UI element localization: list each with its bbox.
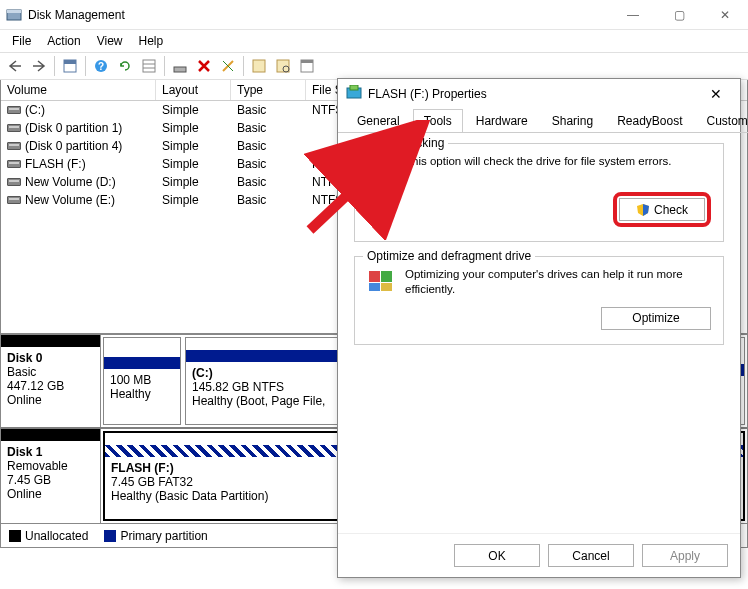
legend-swatch-unallocated xyxy=(9,530,21,542)
tab-tools[interactable]: Tools xyxy=(413,109,463,133)
properties-icon[interactable] xyxy=(217,55,239,77)
optimize-group: Optimize and defragment drive Optimizing… xyxy=(354,256,724,345)
maximize-button[interactable]: ▢ xyxy=(656,0,702,30)
toolbar-icon-3[interactable] xyxy=(296,55,318,77)
svg-rect-9 xyxy=(174,67,186,72)
volume-icon xyxy=(7,106,21,114)
menubar: File Action View Help xyxy=(0,30,748,52)
apply-button[interactable]: Apply xyxy=(642,544,728,567)
toolbar: ? xyxy=(0,52,748,80)
svg-rect-6 xyxy=(143,60,155,72)
forward-icon[interactable] xyxy=(28,55,50,77)
drive-icon xyxy=(346,85,362,104)
refresh-icon[interactable] xyxy=(114,55,136,77)
disk-info[interactable]: Disk 0 Basic 447.12 GB Online xyxy=(1,335,101,427)
dialog-tabs: General Tools Hardware Sharing ReadyBoos… xyxy=(338,109,740,133)
disk-status: Online xyxy=(7,487,94,501)
eject-icon[interactable] xyxy=(169,55,191,77)
shield-icon xyxy=(636,203,650,217)
tab-readyboost[interactable]: ReadyBoost xyxy=(606,109,693,133)
svg-rect-3 xyxy=(64,60,76,64)
tab-content-tools: Error checking This option will check th… xyxy=(338,132,740,533)
svg-rect-10 xyxy=(253,60,265,72)
titlebar: Disk Management — ▢ ✕ xyxy=(0,0,748,30)
tab-general[interactable]: General xyxy=(346,109,411,133)
tab-sharing[interactable]: Sharing xyxy=(541,109,604,133)
ok-button[interactable]: OK xyxy=(454,544,540,567)
delete-icon[interactable] xyxy=(193,55,215,77)
volume-icon xyxy=(7,160,21,168)
properties-dialog: FLASH (F:) Properties ✕ General Tools Ha… xyxy=(337,78,741,578)
toolbar-console-icon[interactable] xyxy=(59,55,81,77)
svg-rect-18 xyxy=(369,166,393,169)
disk-type: Basic xyxy=(7,365,94,379)
window-title: Disk Management xyxy=(28,8,125,22)
volume-icon xyxy=(7,142,21,150)
legend-swatch-primary xyxy=(104,530,116,542)
volume-icon xyxy=(7,196,21,204)
col-header-layout[interactable]: Layout xyxy=(156,80,231,100)
disk-info[interactable]: Disk 1 Removable 7.45 GB Online xyxy=(1,429,101,523)
error-checking-text: This option will check the drive for fil… xyxy=(405,154,711,169)
group-title: Optimize and defragment drive xyxy=(363,249,535,263)
optimize-icon xyxy=(367,267,395,295)
svg-rect-21 xyxy=(369,283,380,291)
toolbar-icon-2[interactable] xyxy=(272,55,294,77)
app-icon xyxy=(6,7,22,23)
col-header-type[interactable]: Type xyxy=(231,80,306,100)
dialog-close-button[interactable]: ✕ xyxy=(696,80,736,108)
volume-icon xyxy=(7,124,21,132)
group-title: Error checking xyxy=(363,136,448,150)
tab-hardware[interactable]: Hardware xyxy=(465,109,539,133)
disk-name: Disk 0 xyxy=(7,351,94,365)
dialog-titlebar[interactable]: FLASH (F:) Properties ✕ xyxy=(338,79,740,109)
svg-rect-14 xyxy=(301,60,313,63)
menu-action[interactable]: Action xyxy=(41,32,86,50)
error-checking-group: Error checking This option will check th… xyxy=(354,143,724,242)
menu-help[interactable]: Help xyxy=(133,32,170,50)
optimize-button[interactable]: Optimize xyxy=(601,307,711,330)
disk-size: 447.12 GB xyxy=(7,379,94,393)
disk-name: Disk 1 xyxy=(7,445,94,459)
minimize-button[interactable]: — xyxy=(610,0,656,30)
drive-check-icon xyxy=(367,154,395,182)
check-button[interactable]: Check xyxy=(619,198,705,221)
help-icon[interactable]: ? xyxy=(90,55,112,77)
menu-view[interactable]: View xyxy=(91,32,129,50)
back-icon[interactable] xyxy=(4,55,26,77)
dialog-title: FLASH (F:) Properties xyxy=(368,87,487,101)
close-button[interactable]: ✕ xyxy=(702,0,748,30)
volume-icon xyxy=(7,178,21,186)
dialog-button-row: OK Cancel Apply xyxy=(338,533,740,577)
svg-rect-20 xyxy=(381,271,392,282)
optimize-text: Optimizing your computer's drives can he… xyxy=(405,267,711,297)
cancel-button[interactable]: Cancel xyxy=(548,544,634,567)
check-button-highlight: Check xyxy=(613,192,711,227)
col-header-volume[interactable]: Volume xyxy=(1,80,156,100)
settings-icon[interactable] xyxy=(138,55,160,77)
partition[interactable]: 100 MB Healthy xyxy=(103,337,181,425)
disk-status: Online xyxy=(7,393,94,407)
menu-file[interactable]: File xyxy=(6,32,37,50)
tab-customize[interactable]: Customize xyxy=(696,109,749,133)
svg-text:?: ? xyxy=(98,61,104,72)
toolbar-icon-1[interactable] xyxy=(248,55,270,77)
disk-type: Removable xyxy=(7,459,94,473)
svg-rect-19 xyxy=(369,271,380,282)
svg-rect-1 xyxy=(7,10,21,13)
svg-rect-16 xyxy=(350,85,358,90)
disk-size: 7.45 GB xyxy=(7,473,94,487)
svg-rect-22 xyxy=(381,283,392,291)
